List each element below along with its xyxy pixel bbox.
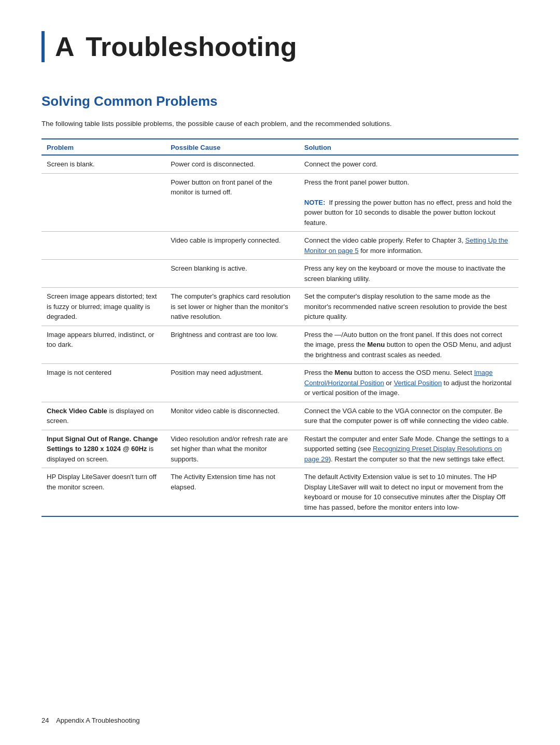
bold-menu2: Menu (334, 369, 352, 376)
cause-cell: Video resolution and/or refresh rate are… (165, 430, 299, 468)
problem-cell: Input Signal Out of Range. Change Settin… (41, 430, 165, 468)
problems-table: Problem Possible Cause Solution Screen i… (41, 138, 519, 517)
solution-cell: Press the —/Auto button on the front pan… (299, 326, 519, 364)
problem-cell: Image appears blurred, indistinct, or to… (41, 326, 165, 364)
cause-cell: Power button on front panel of the monit… (165, 173, 299, 232)
solution-cell: The default Activity Extension value is … (299, 468, 519, 517)
problem-cell (41, 173, 165, 232)
solution-cell: Press the Menu button to access the OSD … (299, 364, 519, 402)
chapter-header: A Troubleshooting (41, 31, 519, 62)
table-row: Video cable is improperly connected. Con… (41, 232, 519, 260)
cause-cell: Video cable is improperly connected. (165, 232, 299, 260)
solution-cell: Connect the VGA cable to the VGA connect… (299, 402, 519, 430)
cause-cell: Screen blanking is active. (165, 260, 299, 288)
table-row: Screen blanking is active. Press any key… (41, 260, 519, 288)
cause-cell: Position may need adjustment. (165, 364, 299, 402)
link-setting-monitor[interactable]: Setting Up the Monitor on page 5 (304, 236, 508, 255)
solution-cell: Connect the power cord. (299, 155, 519, 173)
footer: 24 Appendix A Troubleshooting (41, 716, 519, 724)
solution-cell: Press any key on the keyboard or move th… (299, 260, 519, 288)
col-header-problem: Problem (41, 139, 165, 155)
bold-input-signal: Input Signal Out of Range. Change Settin… (47, 435, 158, 453)
table-row: Image is not centered Position may need … (41, 364, 519, 402)
col-header-solution: Solution (299, 139, 519, 155)
col-header-cause: Possible Cause (165, 139, 299, 155)
problem-cell: Check Video Cable is displayed on screen… (41, 402, 165, 430)
bold-check-video: Check Video Cable (47, 407, 107, 415)
solution-cell: Restart the computer and enter Safe Mode… (299, 430, 519, 468)
footer-page-number: 24 (41, 716, 49, 724)
bold-menu: Menu (367, 341, 385, 348)
intro-text: The following table lists possible probl… (41, 119, 519, 129)
problem-cell: HP Display LiteSaver doesn't turn off th… (41, 468, 165, 517)
cause-cell: Power cord is disconnected. (165, 155, 299, 173)
chapter-title: Troubleshooting (86, 32, 297, 62)
table-row: Input Signal Out of Range. Change Settin… (41, 430, 519, 468)
problem-cell: Screen is blank. (41, 155, 165, 173)
link-vertical[interactable]: Vertical Position (394, 379, 442, 387)
note-label: NOTE: (304, 199, 325, 206)
problem-cell: Image is not centered (41, 364, 165, 402)
solution-cell: Set the computer's display resolution to… (299, 288, 519, 326)
problem-cell: Screen image appears distorted; text is … (41, 288, 165, 326)
table-row: Power button on front panel of the monit… (41, 173, 519, 232)
solution-cell: Connect the video cable properly. Refer … (299, 232, 519, 260)
table-row: Image appears blurred, indistinct, or to… (41, 326, 519, 364)
table-header-row: Problem Possible Cause Solution (41, 139, 519, 155)
footer-appendix: Appendix A Troubleshooting (56, 716, 139, 724)
table-row: HP Display LiteSaver doesn't turn off th… (41, 468, 519, 517)
chapter-letter: A (55, 32, 75, 62)
problem-cell (41, 260, 165, 288)
table-row: Screen image appears distorted; text is … (41, 288, 519, 326)
link-preset-resolutions[interactable]: Recognizing Preset Display Resolutions o… (304, 445, 502, 463)
section-title: Solving Common Problems (41, 93, 519, 109)
cause-cell: The computer's graphics card resolution … (165, 288, 299, 326)
table-row: Screen is blank. Power cord is disconnec… (41, 155, 519, 173)
footer-text: 24 Appendix A Troubleshooting (41, 716, 139, 724)
cause-cell: Brightness and contrast are too low. (165, 326, 299, 364)
cause-cell: The Activity Extension time has not elap… (165, 468, 299, 517)
solution-cell: Press the front panel power button. NOTE… (299, 173, 519, 232)
table-row: Check Video Cable is displayed on screen… (41, 402, 519, 430)
cause-cell: Monitor video cable is disconnected. (165, 402, 299, 430)
page: A Troubleshooting Solving Common Problem… (0, 0, 560, 745)
problem-cell (41, 232, 165, 260)
